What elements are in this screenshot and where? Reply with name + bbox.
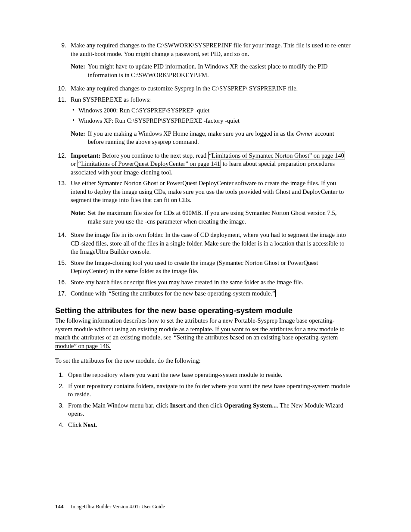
paragraph: The following information describes how … (55, 317, 351, 350)
page-footer: 144 ImageUltra Builder Version 4.01: Use… (55, 503, 165, 510)
important-label: Important: (71, 152, 100, 159)
item-content: Use either Symantec Norton Ghost or Powe… (71, 179, 351, 228)
item-number: 2. (55, 382, 68, 399)
ui-label: Operating System... (224, 402, 277, 409)
list-item: 4. Click Next. (55, 421, 351, 429)
body-text: If your repository contains folders, nav… (68, 383, 350, 398)
item-content: Continue with “Setting the attributes fo… (71, 289, 351, 298)
item-number: 4. (55, 421, 68, 429)
item-content: Make any required changes to customize S… (71, 84, 351, 93)
body-text: Continue with (71, 290, 108, 297)
bullet-item: Windows 2000: Run C:\SYSPREP\SYSPREP -qu… (71, 106, 351, 115)
note-text: You might have to update PID information… (88, 62, 351, 79)
cross-reference-link[interactable]: “Limitations of PowerQuest DeployCenter”… (78, 160, 221, 168)
item-content: From the Main Window menu bar, click Ins… (68, 401, 351, 418)
note-label: Note: (71, 130, 88, 146)
item-number: 3. (55, 401, 68, 418)
bullet-list: Windows 2000: Run C:\SYSPREP\SYSPREP -qu… (71, 106, 351, 125)
note-block: Note: If you are making a Windows XP Hom… (71, 130, 351, 146)
item-number: 1. (55, 371, 68, 380)
item-content: Make any required changes to the C:\SWWO… (71, 41, 351, 82)
list-item: 16. Store any batch files or script file… (55, 278, 351, 287)
item-content: Open the repository where you want the n… (68, 371, 351, 380)
item-number: 17. (55, 289, 71, 298)
body-text: Make any required changes to the C:\SWWO… (71, 42, 351, 57)
ui-label: Next (83, 421, 96, 428)
ordered-list-sub: 1. Open the repository where you want th… (55, 371, 351, 429)
body-text: Store the image file in its own folder. … (71, 231, 346, 255)
item-number: 12. (55, 152, 71, 177)
note-label: Note: (71, 62, 88, 79)
cross-reference-link[interactable]: “Limitations of Symantec Norton Ghost” o… (208, 152, 345, 159)
body-text: Run SYSPREP.EXE as follows: (71, 96, 151, 103)
body-text: Click (68, 421, 83, 428)
note-block: Note: Set the maximum file size for CDs … (71, 209, 351, 226)
item-content: Store the image file in its own folder. … (71, 231, 351, 256)
item-number: 16. (55, 278, 71, 287)
section-heading: Setting the attributes for the new base … (55, 305, 351, 316)
list-item: 1. Open the repository where you want th… (55, 371, 351, 380)
emphasis: Owner (296, 130, 313, 137)
item-content: Click Next. (68, 421, 351, 429)
body-text: From the Main Window menu bar, click (68, 402, 170, 409)
list-item: 14. Store the image file in its own fold… (55, 231, 351, 256)
list-item: 17. Continue with “Setting the attribute… (55, 289, 351, 298)
cross-reference-link[interactable]: “Setting the attributes for the new base… (108, 289, 276, 297)
bullet-text: Windows XP: Run C:\SYSPREP\SYSPREP.EXE -… (78, 117, 240, 124)
item-number: 13. (55, 179, 71, 228)
item-number: 11. (55, 96, 71, 149)
item-content: Store the Image-cloning tool you used to… (71, 259, 351, 276)
body-text: Store the Image-cloning tool you used to… (71, 259, 318, 275)
list-item: 13. Use either Symantec Norton Ghost or … (55, 179, 351, 228)
body-text: Use either Symantec Norton Ghost or Powe… (71, 180, 344, 203)
note-block: Note: You might have to update PID infor… (71, 62, 351, 79)
paragraph: To set the attributes for the new module… (55, 357, 351, 365)
body-text: Before you continue to the next step, re… (100, 152, 208, 159)
item-content: If your repository contains folders, nav… (68, 382, 351, 399)
body-text: Open the repository where you want the n… (68, 371, 282, 378)
item-number: 15. (55, 259, 71, 276)
item-number: 9. (55, 41, 71, 82)
body-text: or (71, 160, 78, 167)
list-item: 12. Important: Before you continue to th… (55, 152, 351, 177)
item-content: Store any batch files or script files yo… (71, 278, 351, 287)
item-number: 14. (55, 231, 71, 256)
book-title: ImageUltra Builder Version 4.01: User Gu… (71, 504, 165, 510)
item-content: Important: Before you continue to the ne… (71, 152, 351, 177)
body-text: Store any batch files or script files yo… (71, 279, 303, 286)
note-text: If you are making a Windows XP Home imag… (88, 130, 351, 146)
body-text: . (96, 421, 97, 428)
note-text: Set the maximum file size for CDs at 600… (88, 209, 351, 226)
page-number: 144 (55, 503, 64, 510)
note-label: Note: (71, 209, 88, 226)
page-content: 9. Make any required changes to the C:\S… (0, 0, 411, 429)
list-item: 10. Make any required changes to customi… (55, 84, 351, 93)
list-item: 11. Run SYSPREP.EXE as follows: Windows … (55, 96, 351, 149)
list-item: 9. Make any required changes to the C:\S… (55, 41, 351, 82)
list-item: 15. Store the Image-cloning tool you use… (55, 259, 351, 276)
bullet-text: Windows 2000: Run C:\SYSPREP\SYSPREP -qu… (78, 107, 209, 114)
body-text: Make any required changes to customize S… (71, 85, 298, 92)
ordered-list-main: 9. Make any required changes to the C:\S… (55, 41, 351, 298)
ui-label: Insert (170, 402, 186, 409)
item-content: Run SYSPREP.EXE as follows: Windows 2000… (71, 96, 351, 149)
list-item: 3. From the Main Window menu bar, click … (55, 401, 351, 418)
list-item: 2. If your repository contains folders, … (55, 382, 351, 399)
item-number: 10. (55, 84, 71, 93)
body-text: and then click (186, 402, 224, 409)
bullet-item: Windows XP: Run C:\SYSPREP\SYSPREP.EXE -… (71, 117, 351, 125)
